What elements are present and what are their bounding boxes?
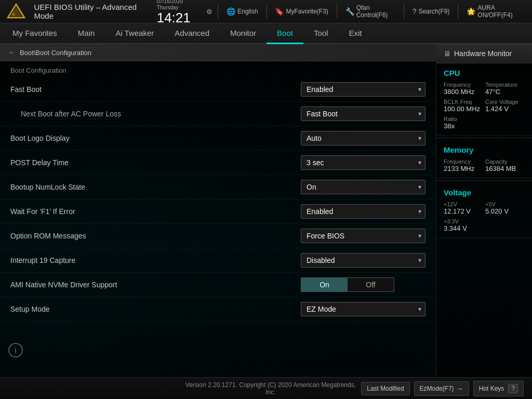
dropdown-select[interactable]: OnOff xyxy=(301,180,425,194)
back-arrow-icon[interactable]: ← xyxy=(8,48,16,57)
cpu-freq-label: Frequency xyxy=(444,82,483,88)
mem-cap-label: Capacity xyxy=(485,158,525,165)
dropdown-select[interactable]: Fast BootNormal BootLast State xyxy=(301,107,425,121)
bclk-value: 100.00 MHz xyxy=(444,105,483,113)
mem-freq-label: Frequency xyxy=(444,158,483,165)
v12-label: +12V xyxy=(444,201,483,207)
core-voltage-value: 1.424 V xyxy=(485,105,525,113)
cpu-temp-label: Temperature xyxy=(485,82,525,88)
header-divider5 xyxy=(458,4,458,19)
hw-divider2 xyxy=(436,180,532,181)
setting-control: Force BIOSKeep Current xyxy=(301,229,425,243)
dropdown-select[interactable]: EZ ModeAdvanced Mode xyxy=(301,302,425,316)
cpu-section: CPU Frequency 3800 MHz Temperature 47°C … xyxy=(436,63,532,136)
toggle-btn-off[interactable]: Off xyxy=(348,278,394,291)
header-divider4 xyxy=(404,4,404,19)
svg-text:A: A xyxy=(12,12,15,17)
nav-monitor[interactable]: Monitor xyxy=(220,23,267,44)
breadcrumb: ← Boot\Boot Configuration xyxy=(0,44,436,61)
nav-main[interactable]: Main xyxy=(68,23,105,44)
content-area: ← Boot\Boot Configuration Boot Configura… xyxy=(0,44,532,377)
mem-cap-value: 16384 MB xyxy=(485,165,525,172)
setting-control: EnabledDisabled xyxy=(301,204,425,219)
setting-control: OnOff xyxy=(301,277,425,292)
memory-title: Memory xyxy=(444,145,525,154)
footer-copyright: Version 2.20.1271. Copyright (C) 2020 Am… xyxy=(183,381,358,396)
settings-icon[interactable]: ⚙ xyxy=(206,8,212,16)
header: A UEFI BIOS Utility – Advanced Mode 07/1… xyxy=(0,0,532,23)
qfan-btn[interactable]: 🔧 Qfan Control(F6) xyxy=(342,3,398,20)
dropdown-wrap: Fast BootNormal BootLast State xyxy=(301,107,425,121)
setting-label: POST Delay Time xyxy=(10,158,301,167)
bclk-label: BCLK Freq xyxy=(444,99,483,105)
setting-row: Option ROM MessagesForce BIOSKeep Curren… xyxy=(0,224,436,248)
dropdown-select[interactable]: EnabledDisabled xyxy=(301,204,425,219)
dropdown-wrap: EnabledDisabled xyxy=(301,82,425,97)
setting-label: Interrupt 19 Capture xyxy=(10,256,301,264)
setting-row: Fast BootEnabledDisabled xyxy=(0,77,436,102)
navbar: My Favorites Main Ai Tweaker Advanced Mo… xyxy=(0,23,532,44)
search-icon: ? xyxy=(413,7,417,16)
voltage-grid: +12V 12.172 V +5V 5.020 V +3.3V 3.344 V xyxy=(444,201,525,232)
setting-row: AMI Native NVMe Driver SupportOnOff xyxy=(0,273,436,297)
dropdown-wrap: DisabledEnabled xyxy=(301,253,425,268)
hw-divider1 xyxy=(436,138,532,138)
nav-ai-tweaker[interactable]: Ai Tweaker xyxy=(105,23,164,44)
toggle-wrap: OnOff xyxy=(301,277,394,292)
setting-label: AMI Native NVMe Driver Support xyxy=(10,281,301,289)
nav-my-favorites[interactable]: My Favorites xyxy=(2,23,68,44)
setting-control: Fast BootNormal BootLast State xyxy=(301,107,425,121)
setting-row: Boot Logo DisplayAutoFull ScreenDisabled xyxy=(0,126,436,151)
nav-tool[interactable]: Tool xyxy=(303,23,339,44)
setting-control: DisabledEnabled xyxy=(301,253,425,268)
nav-exit[interactable]: Exit xyxy=(338,23,372,44)
dropdown-wrap: OnOff xyxy=(301,180,425,194)
cpu-freq-value: 3800 MHz xyxy=(444,88,483,96)
voltage-title: Voltage xyxy=(444,188,525,197)
bookmark-icon: 🔖 xyxy=(275,7,284,16)
dropdown-select[interactable]: DisabledEnabled xyxy=(301,253,425,268)
setting-control: 0 sec1 sec2 sec3 sec5 sec10 sec xyxy=(301,155,425,170)
dropdown-select[interactable]: AutoFull ScreenDisabled xyxy=(301,131,425,145)
toggle-btn-on[interactable]: On xyxy=(301,278,348,291)
app-title: UEFI BIOS Utility – Advanced Mode xyxy=(34,3,150,20)
setting-row: Setup ModeEZ ModeAdvanced Mode xyxy=(0,297,436,322)
mem-freq-value: 2133 MHz xyxy=(444,165,483,172)
ez-mode-btn[interactable]: EzMode(F7) → xyxy=(414,381,469,396)
dropdown-wrap: AutoFull ScreenDisabled xyxy=(301,131,425,145)
memory-section: Memory Frequency 2133 MHz Capacity 16384… xyxy=(436,140,532,178)
right-panel: 🖥 Hardware Monitor CPU Frequency 3800 MH… xyxy=(436,44,532,377)
dropdown-select[interactable]: 0 sec1 sec2 sec3 sec5 sec10 sec xyxy=(301,155,425,170)
dropdown-wrap: EnabledDisabled xyxy=(301,204,425,219)
asus-logo: A xyxy=(6,2,25,21)
memory-grid: Frequency 2133 MHz Capacity 16384 MB xyxy=(444,158,525,172)
v5-label: +5V xyxy=(485,201,525,207)
v5-value: 5.020 V xyxy=(485,207,525,215)
setting-label: Setup Mode xyxy=(10,305,301,313)
header-divider xyxy=(218,4,218,19)
aura-btn[interactable]: 🌟 AURA ON/OFF(F4) xyxy=(463,3,526,20)
cpu-temp-value: 47°C xyxy=(485,88,525,96)
hot-keys-btn[interactable]: Hot Keys ? xyxy=(473,381,524,396)
cpu-grid: Frequency 3800 MHz Temperature 47°C BCLK… xyxy=(444,82,525,130)
setting-row: Next Boot after AC Power LossFast BootNo… xyxy=(0,102,436,126)
dropdown-select[interactable]: Force BIOSKeep Current xyxy=(301,229,425,243)
info-icon[interactable]: i xyxy=(8,343,23,357)
setting-control: EnabledDisabled xyxy=(301,82,425,97)
hot-keys-badge: ? xyxy=(508,384,518,393)
my-favorite-btn[interactable]: 🔖 MyFavorite(F3) xyxy=(272,6,331,17)
settings-container: Fast BootEnabledDisabledNext Boot after … xyxy=(0,77,436,322)
main-panel: ← Boot\Boot Configuration Boot Configura… xyxy=(0,44,436,377)
language-btn[interactable]: 🌐 English xyxy=(223,6,261,17)
setting-label: Next Boot after AC Power Loss xyxy=(10,110,301,118)
nav-boot[interactable]: Boot xyxy=(267,23,303,44)
voltage-section: Voltage +12V 12.172 V +5V 5.020 V +3.3V … xyxy=(436,183,532,238)
v33-label: +3.3V xyxy=(444,218,483,224)
search-btn[interactable]: ? Search(F9) xyxy=(409,6,453,17)
last-modified-btn[interactable]: Last Modified xyxy=(361,382,409,395)
dropdown-wrap: EZ ModeAdvanced Mode xyxy=(301,302,425,316)
dropdown-select[interactable]: EnabledDisabled xyxy=(301,82,425,97)
header-divider3 xyxy=(337,4,337,19)
ratio-label: Ratio xyxy=(444,116,483,122)
nav-advanced[interactable]: Advanced xyxy=(164,23,220,44)
